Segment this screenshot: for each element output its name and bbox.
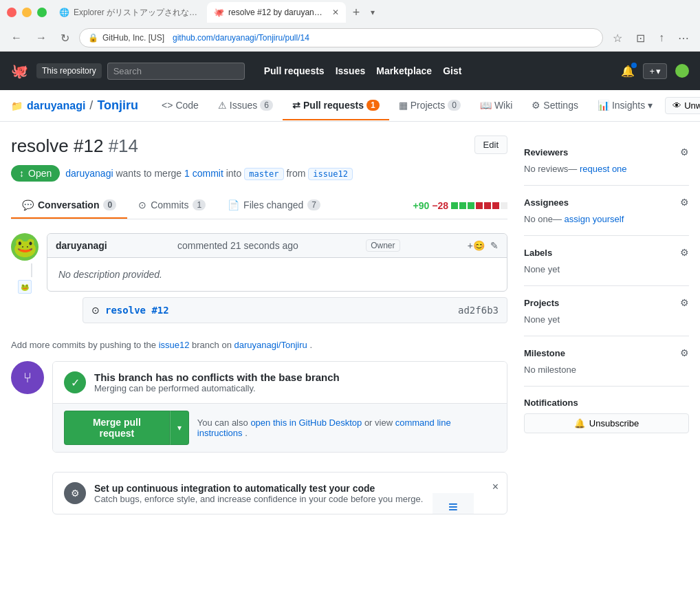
issues-icon: ⚠ xyxy=(218,100,227,111)
notifications-bell[interactable]: 🔔 xyxy=(621,65,635,78)
pr-base-branch[interactable]: master xyxy=(244,168,283,180)
files-icon: 📄 xyxy=(228,199,239,210)
search-input[interactable] xyxy=(107,63,245,80)
new-tab-button[interactable]: + xyxy=(349,6,364,20)
tab-pull-requests[interactable]: ⇄ Pull requests 1 xyxy=(283,91,389,120)
tab-issues-label: Issues xyxy=(230,100,257,111)
pr-head-branch[interactable]: issue12 xyxy=(308,168,353,180)
issues-count: 6 xyxy=(260,100,273,111)
milestone-section: Milestone ⚙ No milestone xyxy=(524,336,689,387)
tab-issues[interactable]: ⚠ Issues 6 xyxy=(208,91,283,120)
reviewers-settings-icon[interactable]: ⚙ xyxy=(680,146,689,158)
share-button[interactable]: ↑ xyxy=(655,30,668,45)
add-reaction-button[interactable]: +😊 xyxy=(468,240,485,251)
milestone-settings-icon[interactable]: ⚙ xyxy=(680,347,689,358)
ci-title: Set up continuous integration to automat… xyxy=(94,483,423,494)
labels-settings-icon[interactable]: ⚙ xyxy=(680,247,689,258)
plus-menu-button[interactable]: + ▾ xyxy=(643,63,667,79)
repo-scope-label[interactable]: This repository xyxy=(36,63,102,78)
pr-commit-count-link[interactable]: 1 commit xyxy=(184,168,223,179)
diff-bar-7 xyxy=(501,202,507,209)
branch-info-text2: branch on xyxy=(192,340,232,350)
tab-wiki-label: Wiki xyxy=(494,100,512,111)
pencil-icon: ✎ xyxy=(490,240,499,251)
pr-tab-conversation[interactable]: 💬 Conversation 0 xyxy=(11,193,127,219)
nav-marketplace[interactable]: Marketplace xyxy=(376,65,432,76)
files-label: Files changed xyxy=(243,199,303,210)
refresh-button[interactable]: ↻ xyxy=(56,30,74,46)
ci-close-button[interactable]: × xyxy=(492,481,499,493)
tab-code[interactable]: <> Code xyxy=(152,91,208,120)
open-in-desktop-link[interactable]: open this in GitHub Desktop xyxy=(250,417,362,428)
pr-status-row: ↕ Open daruyanagi wants to merge 1 commi… xyxy=(11,165,507,182)
repo-owner-link[interactable]: daruyanagi xyxy=(27,100,85,112)
nav-pull-requests[interactable]: Pull requests xyxy=(264,65,325,76)
commit-message-link[interactable]: resolve #12 xyxy=(105,305,169,316)
edit-comment-button[interactable]: ✎ xyxy=(490,240,499,251)
url-bar[interactable]: 🔒 GitHub, Inc. [US] github.com/daruyanag… xyxy=(79,28,603,47)
milestone-title: Milestone xyxy=(524,348,565,358)
tab-list-button[interactable]: ▾ xyxy=(367,8,379,17)
pr-author-link[interactable]: daruyanagi xyxy=(65,168,113,179)
branch-info-branch[interactable]: issue12 xyxy=(159,340,190,350)
unsubscribe-button[interactable]: 🔔 Unsubscribe xyxy=(524,413,689,433)
assign-yourself-link[interactable]: assign yourself xyxy=(565,214,624,224)
conversation-label: Conversation xyxy=(38,199,99,210)
pr-tab-files-changed[interactable]: 📄 Files changed 7 xyxy=(217,193,331,219)
global-nav: Pull requests Issues Marketplace Gist xyxy=(264,65,613,76)
projects-settings-icon[interactable]: ⚙ xyxy=(680,297,689,308)
menu-button[interactable]: ⋯ xyxy=(674,30,693,46)
comment-time: commented 21 seconds ago xyxy=(177,240,298,251)
code-icon: <> xyxy=(162,100,173,111)
pr-tab-commits[interactable]: ⊙ Commits 1 xyxy=(127,193,217,219)
comment-author[interactable]: daruyanagi xyxy=(56,240,107,251)
conversation-icon: 💬 xyxy=(22,199,34,210)
diff-deletions: −28 xyxy=(432,200,448,211)
branch-info-repo[interactable]: daruyanagi/Tonjiru xyxy=(234,340,307,350)
bookmark-button[interactable]: ☆ xyxy=(609,30,626,46)
repo-name-link[interactable]: Tonjiru xyxy=(97,98,138,113)
edit-pr-button[interactable]: Edit xyxy=(474,135,507,154)
back-button[interactable]: ← xyxy=(7,30,26,45)
github-logo[interactable]: 🐙 xyxy=(11,63,28,79)
merge-icon: ⑂ xyxy=(11,361,44,394)
ci-gear-icon: ⚙ xyxy=(71,488,80,499)
url-text: github.com/daruyanagi/Tonjiru/pull/14 xyxy=(173,33,309,43)
nav-gist[interactable]: Gist xyxy=(443,65,461,76)
merge-dropdown-icon: ▾ xyxy=(177,423,182,433)
forward-button[interactable]: → xyxy=(32,30,51,45)
nav-issues[interactable]: Issues xyxy=(336,65,366,76)
pr-tabs-row: 💬 Conversation 0 ⊙ Commits 1 📄 Files cha… xyxy=(11,193,507,219)
cast-button[interactable]: ⊡ xyxy=(632,30,649,46)
tab-settings[interactable]: ⚙ Settings xyxy=(522,91,588,120)
eye-icon: 👁 xyxy=(672,100,681,111)
browser-max-btn[interactable] xyxy=(37,8,47,17)
browser-close-btn[interactable] xyxy=(7,8,17,17)
tab2-close[interactable]: ✕ xyxy=(332,8,339,17)
diff-bar-3 xyxy=(468,202,474,209)
pr-meta: daruyanagi wants to merge 1 commit into … xyxy=(65,168,353,179)
merge-note: You can also open this in GitHub Desktop… xyxy=(197,417,496,438)
diff-bars xyxy=(451,202,507,209)
notification-badge xyxy=(631,63,637,68)
browser-tab-1[interactable]: 🌐 Explorer がリストアップされな… xyxy=(52,2,204,23)
merge-dropdown-button[interactable]: ▾ xyxy=(170,411,189,445)
comment-actions: +😊 ✎ xyxy=(468,240,499,251)
diff-additions: +90 xyxy=(413,200,430,211)
tab-insights[interactable]: 📊 Insights ▾ xyxy=(588,91,662,120)
unwatch-button[interactable]: 👁 Unwatch ▾ 1 xyxy=(665,97,700,114)
branch-push-info: Add more commits by pushing to the issue… xyxy=(11,340,507,350)
search-wrapper: This repository xyxy=(36,63,245,80)
chevron-down-icon: ▾ xyxy=(656,66,661,76)
browser-min-btn[interactable] xyxy=(22,8,32,17)
main-content: resolve #12 #14 Edit ↕ Open daruyanagi w… xyxy=(0,122,700,528)
assignees-settings-icon[interactable]: ⚙ xyxy=(680,197,689,208)
comment-header: daruyanagi commented 21 seconds ago Owne… xyxy=(47,234,507,258)
merge-pull-request-button[interactable]: Merge pull request xyxy=(64,411,170,445)
tab-wiki[interactable]: 📖 Wiki xyxy=(470,91,522,120)
user-avatar[interactable] xyxy=(675,64,689,78)
browser-tab-2[interactable]: 🐙 resolve #12 by daruyan… ✕ xyxy=(207,2,346,23)
tab-projects[interactable]: ▦ Projects 0 xyxy=(389,91,470,120)
company-label: GitHub, Inc. [US] xyxy=(102,33,164,43)
request-review-link[interactable]: request one xyxy=(580,164,627,174)
